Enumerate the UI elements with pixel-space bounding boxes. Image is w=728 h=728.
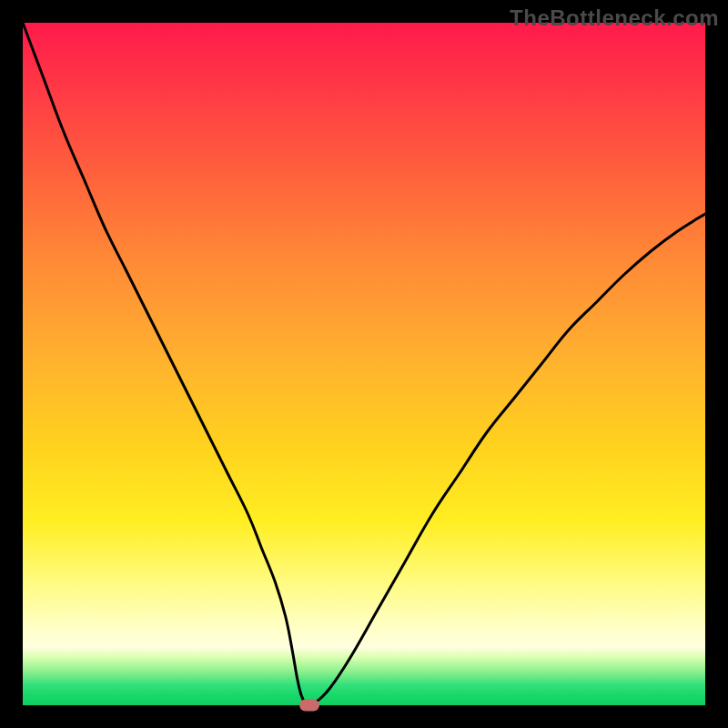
watermark-text: TheBottleneck.com (510, 5, 719, 31)
curve-layer (23, 23, 705, 705)
plot-area (23, 23, 705, 705)
chart-wrapper: TheBottleneck.com (0, 0, 728, 728)
optimal-marker (299, 700, 319, 712)
bottleneck-curve (23, 23, 705, 705)
